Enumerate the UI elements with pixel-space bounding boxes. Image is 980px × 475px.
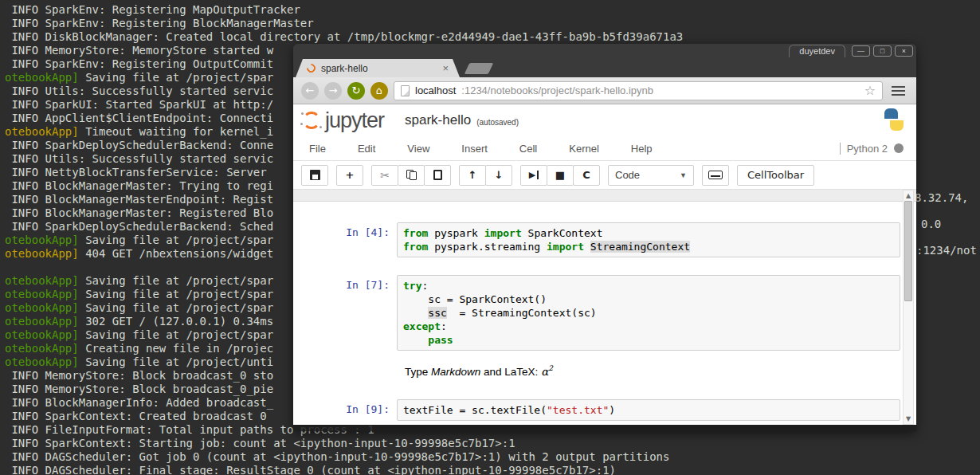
notebook-menubar: FileEditViewInsertCellKernelHelp Python … (293, 136, 916, 161)
url-host: localhost (415, 84, 456, 96)
code-line: from pyspark.streaming import StreamingC… (403, 240, 894, 253)
scissors-icon: ✂ (380, 169, 390, 182)
copy-cell-button[interactable] (398, 165, 425, 186)
insert-cell-button[interactable]: + (336, 165, 363, 186)
code-cell[interactable]: In [7]:try: sc = SparkContext() ssc = St… (293, 275, 900, 351)
chevron-down-icon: ▼ (680, 171, 687, 179)
back-icon[interactable]: ← (301, 82, 319, 100)
browser-profile-badge[interactable]: duyetdev (789, 45, 845, 57)
scroll-up-icon[interactable]: ▲ (904, 192, 913, 199)
menu-item-view[interactable]: View (407, 143, 429, 155)
terminal-line: INFO SparkContext: Starting job: count a… (5, 437, 980, 450)
page-icon (401, 85, 410, 96)
terminal-line: INFO SparkEnv: Registering BlockManagerM… (5, 17, 980, 30)
browser-navbar: ← → ↻ ⌂ localhost :1234/notebooks/projec… (293, 77, 916, 104)
arrow-up-icon: ↑ (468, 169, 477, 181)
kernel-separator (840, 143, 841, 155)
markdown-cell[interactable]: Type Markdown and LaTeX: α2 (293, 363, 900, 379)
cell-type-value: Code (615, 169, 640, 181)
run-cell-button[interactable]: ▶ (520, 165, 547, 186)
tab-title: spark-hello (321, 63, 437, 74)
browser-window: duyetdev — □ × spark-hello × ← → ↻ ⌂ loc… (293, 44, 916, 431)
code-line: from pyspark import SparkContext (403, 226, 894, 240)
stop-icon: ■ (555, 169, 565, 181)
arrow-down-icon: ↓ (495, 169, 504, 181)
move-cell-up-button[interactable]: ↑ (459, 165, 486, 186)
cell-type-dropdown[interactable]: Code ▼ (608, 165, 694, 186)
browser-tab-spark-hello[interactable]: spark-hello × (296, 59, 460, 77)
cell-prompt: In [7]: (293, 275, 397, 291)
move-cell-down-button[interactable]: ↓ (485, 165, 512, 186)
menu-item-cell[interactable]: Cell (519, 143, 537, 155)
terminal-line: INFO DAGScheduler: Final stage: ResultSt… (5, 464, 980, 475)
autosave-status: (autosaved) (476, 115, 519, 127)
code-line: except: (403, 320, 894, 333)
terminal-line: INFO DAGScheduler: Got job 0 (count at <… (5, 450, 980, 464)
forward-icon[interactable]: → (324, 82, 342, 100)
kernel-indicator: Python 2 (840, 143, 904, 155)
save-icon (310, 170, 320, 180)
browser-tabstrip: spark-hello × (293, 58, 916, 77)
menu-item-edit[interactable]: Edit (358, 143, 375, 155)
kernel-name: Python 2 (847, 143, 888, 155)
interrupt-kernel-button[interactable]: ■ (547, 165, 574, 186)
menu-item-kernel[interactable]: Kernel (569, 143, 599, 155)
new-tab-button[interactable] (465, 63, 494, 74)
jupyter-logo[interactable]: jupyter (303, 110, 384, 132)
close-button[interactable]: × (895, 45, 913, 57)
maximize-button[interactable]: □ (873, 45, 892, 57)
bookmark-star-icon[interactable]: ☆ (864, 83, 876, 98)
window-bottom-border (293, 425, 916, 431)
cell-prompt: In [4]: (293, 222, 397, 238)
terminal-line-fragment: 8.32.74, (915, 191, 968, 205)
menu-item-insert[interactable]: Insert (461, 143, 488, 155)
url-path: :1234/notebooks/project/spark-hello.ipyn… (461, 84, 858, 96)
terminal-line: INFO DiskBlockManager: Created local dir… (5, 30, 980, 44)
cut-cell-button[interactable]: ✂ (371, 165, 398, 186)
cell-input-area[interactable]: from pyspark import SparkContextfrom pys… (397, 222, 900, 257)
markdown-placeholder[interactable]: Type Markdown and LaTeX: α2 (397, 363, 900, 379)
reload-icon[interactable]: ↻ (347, 82, 365, 100)
notebook-scroll-area: In [4]:from pyspark import SparkContextf… (293, 190, 916, 425)
paste-cell-button[interactable] (424, 165, 451, 186)
browser-menu-icon[interactable] (888, 86, 908, 96)
cell-prompt (293, 363, 397, 367)
restart-kernel-button[interactable]: C (573, 165, 600, 186)
menu-item-help[interactable]: Help (631, 143, 653, 155)
tab-close-icon[interactable]: × (442, 63, 449, 73)
run-icon: ▶ (529, 170, 535, 180)
plus-icon: + (346, 169, 355, 181)
celltoolbar-button[interactable]: CellToolbar (737, 165, 814, 186)
notebook-top-band (293, 190, 916, 202)
save-button[interactable] (301, 165, 328, 186)
code-line: sc = SparkContext() (403, 292, 894, 306)
cell-prompt: In [9]: (293, 399, 397, 415)
scrollbar-thumb[interactable] (904, 201, 912, 301)
copy-icon (406, 170, 417, 180)
command-palette-button[interactable] (702, 165, 729, 186)
code-line: ssc = StreamingContext(sc) (403, 306, 894, 320)
address-bar[interactable]: localhost :1234/notebooks/project/spark-… (394, 81, 883, 100)
keyboard-icon (708, 171, 723, 179)
menu-item-file[interactable]: File (309, 143, 326, 155)
cell-input-area[interactable]: try: sc = SparkContext() ssc = Streaming… (397, 275, 900, 351)
scroll-down-icon[interactable]: ▼ (904, 415, 913, 422)
notebook-scrollbar[interactable]: ▲ ▼ (903, 190, 914, 425)
minimize-button[interactable]: — (852, 45, 870, 57)
code-line: textFile = sc.textFile("test.txt") (403, 403, 894, 417)
terminal-line: INFO SparkEnv: Registering MapOutputTrac… (5, 3, 980, 17)
paste-icon (433, 170, 442, 180)
code-line: try: (403, 279, 894, 292)
restart-icon: C (582, 169, 590, 181)
cell-input-area[interactable]: textFile = sc.textFile("test.txt") (397, 399, 900, 421)
notebook-title[interactable]: spark-hello (405, 112, 471, 128)
window-titlebar[interactable]: duyetdev — □ × (293, 44, 916, 58)
code-line: pass (403, 333, 894, 347)
home-icon[interactable]: ⌂ (370, 82, 388, 100)
jupyter-wordmark: jupyter (325, 110, 384, 132)
python-logo-icon (883, 108, 905, 131)
terminal-line-fragment: 0.0 (921, 218, 941, 231)
code-cell[interactable]: In [9]:textFile = sc.textFile("test.txt"… (293, 399, 900, 421)
notebook-toolbar: + ✂ ↑ ↓ ▶ ■ C Code ▼ CellToolbar (293, 161, 916, 190)
code-cell[interactable]: In [4]:from pyspark import SparkContextf… (293, 222, 900, 257)
